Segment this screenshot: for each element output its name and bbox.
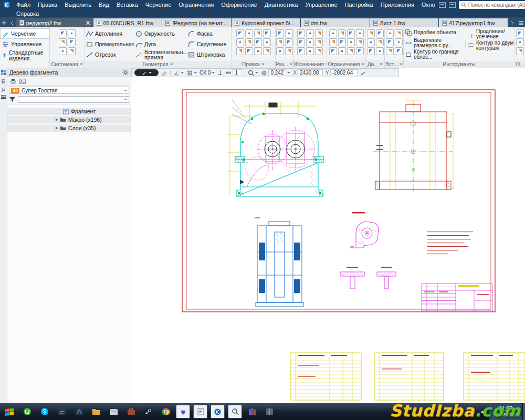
tangent-icon[interactable] <box>356 29 364 37</box>
expand-arrow-icon[interactable] <box>56 127 58 130</box>
command-search[interactable] <box>459 1 525 9</box>
menu-view[interactable]: Вид <box>95 1 113 8</box>
redo-icon[interactable] <box>68 47 76 55</box>
parallel-icon[interactable] <box>338 29 346 37</box>
datum-icon[interactable] <box>315 38 323 46</box>
tree-item-macro[interactable]: Макро (x196) <box>7 116 131 123</box>
group-label-insert[interactable]: Вст... <box>385 60 403 68</box>
check-document-icon[interactable] <box>376 47 384 55</box>
tab-scroll-right-icon[interactable] <box>508 18 517 27</box>
extend-icon[interactable] <box>263 38 271 46</box>
tool-segment[interactable]: Отрезок <box>86 51 135 59</box>
scale-value[interactable]: 1 <box>233 69 242 76</box>
menu-drawing[interactable]: Черчение <box>142 1 175 8</box>
convert-icon[interactable] <box>285 47 293 55</box>
menu-edit[interactable]: Правка <box>34 1 61 8</box>
close-tab-icon[interactable] <box>86 21 90 25</box>
navy-app-icon[interactable] <box>72 405 86 418</box>
tree-item-fragment[interactable]: Фрагмент <box>7 108 131 115</box>
drawing-canvas-area[interactable] <box>131 68 525 403</box>
overflow-tool-icon[interactable] <box>516 38 524 46</box>
menu-constraints[interactable]: Ограничения <box>175 1 217 8</box>
side-view[interactable] <box>373 100 455 193</box>
tab-reduktor1[interactable]: 417\редуктор1.frw <box>439 18 508 27</box>
rotate-icon[interactable] <box>245 29 253 37</box>
utorrent-icon[interactable] <box>20 405 34 418</box>
scale-icon[interactable] <box>254 29 262 37</box>
y-value[interactable]: -2802.64 <box>330 69 358 76</box>
menu-select[interactable]: Выделить <box>61 1 95 8</box>
zoom-value[interactable]: 0.242 <box>268 69 286 76</box>
panelset-drawing[interactable]: Черчение <box>0 28 49 39</box>
cursor-y-field[interactable]: Y -2802.64 <box>326 69 358 76</box>
insert-picture-icon[interactable] <box>395 29 403 37</box>
insert-macro-icon[interactable] <box>386 38 394 46</box>
tool-autoline[interactable]: Автолиния <box>86 30 135 38</box>
group-label-overflow[interactable]: О... <box>515 60 525 68</box>
tool-hatch[interactable]: Штриховка <box>187 51 226 59</box>
folder-icon[interactable] <box>89 405 103 418</box>
zoom-tool[interactable] <box>248 70 258 76</box>
tool-offset-object[interactable]: Подобие объекта <box>405 29 464 36</box>
show-desktop-button[interactable] <box>522 403 525 420</box>
panel-menu-icon[interactable] <box>1 95 6 99</box>
menu-layout[interactable]: Оформление <box>217 1 260 8</box>
scale-field[interactable]: 1 <box>226 69 242 76</box>
spec-table-3[interactable] <box>464 353 525 400</box>
tree-item-layers[interactable]: Слои (x35) <box>7 124 131 132</box>
filter-combo[interactable] <box>18 96 129 103</box>
tool-extend-trim[interactable]: Продление/ усечение <box>467 29 514 39</box>
measure-distance-icon[interactable] <box>367 29 375 37</box>
merge-icon[interactable] <box>285 38 293 46</box>
insert-object-icon[interactable] <box>395 38 403 46</box>
group-label-diagnostics[interactable]: Ди... <box>366 60 384 68</box>
group-label-split[interactable]: Раз... <box>276 60 293 68</box>
roughness-icon[interactable] <box>306 38 314 46</box>
deform-icon[interactable] <box>263 47 271 55</box>
menu-diagnostics[interactable]: Диагностика <box>261 1 302 8</box>
tab-reduktor2[interactable]: редуктор2.frw <box>16 18 93 27</box>
picture-icon[interactable] <box>19 78 26 85</box>
text-icon[interactable] <box>297 29 305 37</box>
eraser-icon[interactable] <box>161 70 167 76</box>
overflow-tool-icon[interactable] <box>516 29 524 37</box>
dimension-icon[interactable] <box>306 29 314 37</box>
tool-chamfer[interactable]: Фаска <box>187 30 226 38</box>
vertical-icon[interactable] <box>338 38 346 46</box>
insert-local-fragment-icon[interactable] <box>386 47 394 55</box>
steam-icon[interactable] <box>141 405 155 418</box>
new-document-icon[interactable] <box>59 29 67 37</box>
tile-windows-icon[interactable] <box>449 2 456 8</box>
measure-angle-icon[interactable] <box>376 29 384 37</box>
group-label-system[interactable]: Системная <box>50 60 84 68</box>
delete-part-icon[interactable] <box>236 47 244 55</box>
dark-app-icon[interactable] <box>55 405 69 418</box>
chrome-icon[interactable] <box>159 405 173 418</box>
open-document-icon[interactable] <box>68 29 76 37</box>
clean-icon[interactable] <box>276 47 284 55</box>
cursor-x-field[interactable]: X 2430.08 <box>293 69 323 76</box>
diameter-dimension-icon[interactable] <box>315 29 323 37</box>
menu-settings[interactable]: Настройка <box>341 1 377 8</box>
undo-icon[interactable] <box>59 47 67 55</box>
t-section-detail-2[interactable] <box>377 267 396 289</box>
heart-app-icon[interactable] <box>176 405 190 418</box>
tool-rectangle[interactable]: Прямоугольник <box>86 40 135 48</box>
arrange-windows-icon[interactable] <box>439 2 446 8</box>
save-icon[interactable] <box>59 38 67 46</box>
search-app-icon[interactable] <box>228 405 242 418</box>
ortho-icon[interactable] <box>217 70 223 76</box>
pen-style-button[interactable] <box>134 69 159 76</box>
briefcase-app-icon[interactable] <box>124 405 138 418</box>
main-view[interactable] <box>227 100 324 196</box>
menu-applications[interactable]: Приложения <box>377 1 418 8</box>
array-icon[interactable] <box>245 38 253 46</box>
tool-fillet[interactable]: Скругление <box>187 40 226 48</box>
insert-view-icon[interactable] <box>395 47 403 55</box>
tab-curs-r1[interactable]: 05.03\CURS_R1.frw <box>93 18 162 27</box>
skype-icon[interactable] <box>37 405 51 418</box>
panelset-management[interactable]: Управление <box>0 39 49 49</box>
tool-arc[interactable]: Дуга <box>135 40 187 48</box>
split-point-icon[interactable] <box>285 29 293 37</box>
start-button[interactable] <box>0 403 19 420</box>
